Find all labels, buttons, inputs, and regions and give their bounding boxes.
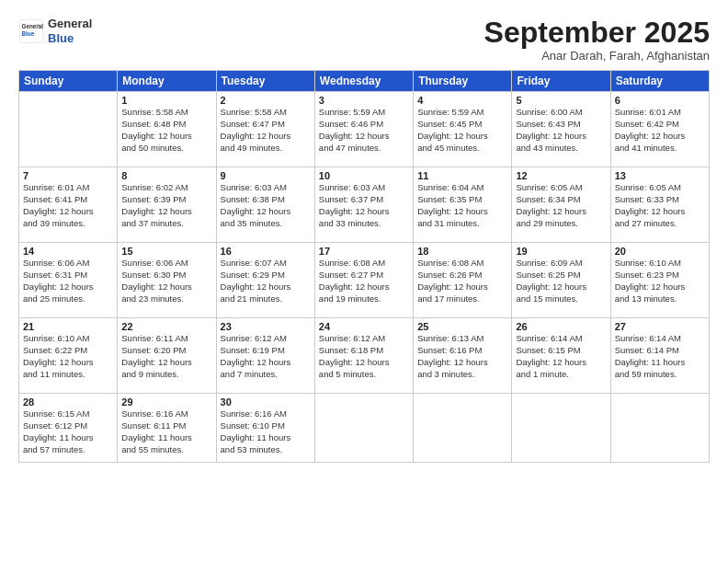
calendar-cell: 26Sunrise: 6:14 AM Sunset: 6:15 PM Dayli… — [512, 318, 610, 394]
day-number: 30 — [221, 396, 311, 408]
calendar-cell: 18Sunrise: 6:08 AM Sunset: 6:26 PM Dayli… — [414, 243, 512, 318]
calendar-cell: 12Sunrise: 6:05 AM Sunset: 6:34 PM Dayli… — [512, 167, 610, 243]
day-number: 11 — [417, 170, 507, 181]
day-number: 21 — [23, 321, 113, 332]
day-number: 4 — [417, 95, 507, 106]
day-number: 17 — [319, 246, 409, 257]
day-info: Sunrise: 6:05 AM Sunset: 6:33 PM Dayligh… — [615, 182, 705, 229]
day-info: Sunrise: 6:04 AM Sunset: 6:35 PM Dayligh… — [417, 182, 507, 229]
day-info: Sunrise: 6:06 AM Sunset: 6:30 PM Dayligh… — [121, 258, 211, 304]
calendar-cell: 24Sunrise: 6:12 AM Sunset: 6:18 PM Dayli… — [314, 318, 413, 394]
calendar-cell: 9Sunrise: 6:03 AM Sunset: 6:38 PM Daylig… — [216, 167, 314, 243]
calendar-header-row: SundayMondayTuesdayWednesdayThursdayFrid… — [19, 71, 710, 92]
day-number: 12 — [516, 170, 606, 181]
calendar-dow-saturday: Saturday — [610, 71, 709, 92]
calendar-cell: 6Sunrise: 6:01 AM Sunset: 6:42 PM Daylig… — [610, 92, 709, 167]
calendar-cell: 23Sunrise: 6:12 AM Sunset: 6:19 PM Dayli… — [216, 318, 314, 394]
day-number: 27 — [615, 321, 705, 332]
calendar-cell: 2Sunrise: 5:58 AM Sunset: 6:47 PM Daylig… — [216, 92, 314, 167]
calendar-cell: 29Sunrise: 6:16 AM Sunset: 6:11 PM Dayli… — [118, 394, 216, 463]
calendar-cell: 25Sunrise: 6:13 AM Sunset: 6:16 PM Dayli… — [414, 318, 512, 394]
day-number: 13 — [615, 170, 705, 181]
calendar-cell: 11Sunrise: 6:04 AM Sunset: 6:35 PM Dayli… — [414, 167, 512, 243]
day-info: Sunrise: 6:14 AM Sunset: 6:14 PM Dayligh… — [615, 333, 705, 380]
calendar-cell: 3Sunrise: 5:59 AM Sunset: 6:46 PM Daylig… — [314, 92, 413, 167]
calendar-week-row: 28Sunrise: 6:15 AM Sunset: 6:12 PM Dayli… — [19, 394, 710, 463]
page-header: General Blue General Blue September 2025… — [18, 17, 710, 63]
calendar-cell — [19, 92, 118, 167]
svg-text:Blue: Blue — [22, 29, 35, 36]
day-number: 23 — [221, 321, 311, 332]
calendar-cell — [414, 394, 512, 463]
calendar-cell: 1Sunrise: 5:58 AM Sunset: 6:48 PM Daylig… — [118, 92, 216, 167]
svg-text:General: General — [22, 23, 44, 29]
day-number: 14 — [23, 246, 113, 257]
calendar-cell: 17Sunrise: 6:08 AM Sunset: 6:27 PM Dayli… — [314, 243, 413, 318]
day-number: 6 — [615, 95, 705, 106]
calendar-cell — [610, 394, 709, 463]
calendar-week-row: 7Sunrise: 6:01 AM Sunset: 6:41 PM Daylig… — [19, 167, 710, 243]
logo-general: General — [48, 17, 92, 31]
month-title: September 2025 — [484, 17, 710, 49]
day-number: 19 — [516, 246, 606, 257]
day-info: Sunrise: 6:13 AM Sunset: 6:16 PM Dayligh… — [417, 333, 507, 380]
calendar-cell: 22Sunrise: 6:11 AM Sunset: 6:20 PM Dayli… — [118, 318, 216, 394]
day-info: Sunrise: 5:59 AM Sunset: 6:45 PM Dayligh… — [417, 107, 507, 154]
calendar-cell: 8Sunrise: 6:02 AM Sunset: 6:39 PM Daylig… — [118, 167, 216, 243]
day-number: 15 — [121, 246, 211, 257]
day-info: Sunrise: 6:01 AM Sunset: 6:42 PM Dayligh… — [615, 107, 705, 154]
calendar-week-row: 14Sunrise: 6:06 AM Sunset: 6:31 PM Dayli… — [19, 243, 710, 318]
day-info: Sunrise: 5:58 AM Sunset: 6:47 PM Dayligh… — [221, 107, 311, 154]
day-info: Sunrise: 6:16 AM Sunset: 6:11 PM Dayligh… — [121, 408, 211, 455]
calendar-dow-friday: Friday — [512, 71, 610, 92]
day-info: Sunrise: 6:01 AM Sunset: 6:41 PM Dayligh… — [23, 182, 113, 229]
calendar-week-row: 21Sunrise: 6:10 AM Sunset: 6:22 PM Dayli… — [19, 318, 710, 394]
logo-text: General Blue — [48, 17, 92, 45]
day-info: Sunrise: 6:15 AM Sunset: 6:12 PM Dayligh… — [23, 408, 113, 455]
title-block: September 2025 Anar Darah, Farah, Afghan… — [484, 17, 710, 63]
day-number: 20 — [615, 246, 705, 257]
calendar-cell: 16Sunrise: 6:07 AM Sunset: 6:29 PM Dayli… — [216, 243, 314, 318]
logo-icon: General Blue — [18, 18, 44, 44]
day-number: 2 — [221, 95, 311, 106]
calendar-cell: 20Sunrise: 6:10 AM Sunset: 6:23 PM Dayli… — [610, 243, 709, 318]
logo: General Blue General Blue — [18, 17, 92, 45]
day-info: Sunrise: 5:59 AM Sunset: 6:46 PM Dayligh… — [319, 107, 409, 154]
day-info: Sunrise: 6:07 AM Sunset: 6:29 PM Dayligh… — [221, 258, 311, 304]
day-info: Sunrise: 6:16 AM Sunset: 6:10 PM Dayligh… — [221, 408, 311, 455]
day-number: 25 — [417, 321, 507, 332]
calendar-dow-wednesday: Wednesday — [314, 71, 413, 92]
day-number: 29 — [121, 396, 211, 408]
day-number: 5 — [516, 95, 606, 106]
day-number: 24 — [319, 321, 409, 332]
calendar-cell: 30Sunrise: 6:16 AM Sunset: 6:10 PM Dayli… — [216, 394, 314, 463]
day-info: Sunrise: 6:11 AM Sunset: 6:20 PM Dayligh… — [121, 333, 211, 380]
calendar-cell: 15Sunrise: 6:06 AM Sunset: 6:30 PM Dayli… — [118, 243, 216, 318]
day-info: Sunrise: 6:10 AM Sunset: 6:23 PM Dayligh… — [615, 258, 705, 304]
calendar-dow-tuesday: Tuesday — [216, 71, 314, 92]
calendar-week-row: 1Sunrise: 5:58 AM Sunset: 6:48 PM Daylig… — [19, 92, 710, 167]
calendar-dow-sunday: Sunday — [19, 71, 118, 92]
day-info: Sunrise: 6:05 AM Sunset: 6:34 PM Dayligh… — [516, 182, 606, 229]
day-number: 10 — [319, 170, 409, 181]
day-number: 16 — [221, 246, 311, 257]
day-info: Sunrise: 5:58 AM Sunset: 6:48 PM Dayligh… — [121, 107, 211, 154]
day-number: 9 — [221, 170, 311, 181]
day-number: 7 — [23, 170, 113, 181]
calendar-cell: 28Sunrise: 6:15 AM Sunset: 6:12 PM Dayli… — [19, 394, 118, 463]
day-info: Sunrise: 6:08 AM Sunset: 6:26 PM Dayligh… — [417, 258, 507, 304]
day-number: 26 — [516, 321, 606, 332]
day-info: Sunrise: 6:02 AM Sunset: 6:39 PM Dayligh… — [121, 182, 211, 229]
calendar-cell: 14Sunrise: 6:06 AM Sunset: 6:31 PM Dayli… — [19, 243, 118, 318]
day-info: Sunrise: 6:14 AM Sunset: 6:15 PM Dayligh… — [516, 333, 606, 380]
day-info: Sunrise: 6:08 AM Sunset: 6:27 PM Dayligh… — [319, 258, 409, 304]
day-info: Sunrise: 6:12 AM Sunset: 6:19 PM Dayligh… — [221, 333, 311, 380]
calendar-cell: 7Sunrise: 6:01 AM Sunset: 6:41 PM Daylig… — [19, 167, 118, 243]
calendar-cell: 10Sunrise: 6:03 AM Sunset: 6:37 PM Dayli… — [314, 167, 413, 243]
day-info: Sunrise: 6:09 AM Sunset: 6:25 PM Dayligh… — [516, 258, 606, 304]
calendar-cell: 21Sunrise: 6:10 AM Sunset: 6:22 PM Dayli… — [19, 318, 118, 394]
day-number: 8 — [121, 170, 211, 181]
day-number: 18 — [417, 246, 507, 257]
day-info: Sunrise: 6:03 AM Sunset: 6:38 PM Dayligh… — [221, 182, 311, 229]
day-info: Sunrise: 6:03 AM Sunset: 6:37 PM Dayligh… — [319, 182, 409, 229]
